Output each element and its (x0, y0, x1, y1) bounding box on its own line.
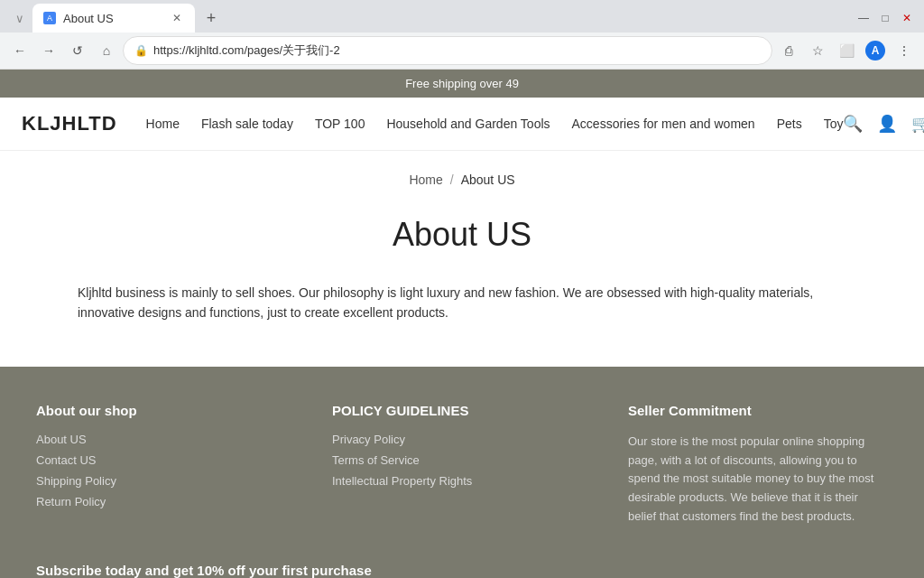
nav-top100[interactable]: TOP 100 (315, 117, 365, 131)
breadcrumb-home[interactable]: Home (409, 172, 442, 187)
footer-commitment-text: Our store is the most popular online sho… (628, 433, 888, 527)
url-display: https://kljhltd.com/pages/关于我们-2 (153, 42, 761, 59)
new-tab-button[interactable]: + (199, 5, 224, 31)
nav-home[interactable]: Home (146, 117, 180, 131)
footer-link-ip[interactable]: Intellectual Property Rights (332, 474, 592, 488)
nav-household[interactable]: Household and Garden Tools (386, 117, 550, 131)
site-nav: Home Flash sale today TOP 100 Household … (146, 117, 844, 131)
footer-subscribe: Subscribe today and get 10% off your fir… (36, 563, 888, 578)
footer-col3-title: Seller Commitment (628, 403, 888, 418)
forward-button[interactable]: → (36, 38, 61, 63)
footer-link-contact-us[interactable]: Contact US (36, 453, 296, 467)
account-icon: 👤 (877, 114, 897, 134)
window-close-button[interactable]: ✕ (897, 8, 917, 28)
footer-link-privacy[interactable]: Privacy Policy (332, 433, 592, 446)
footer-link-return[interactable]: Return Policy (36, 495, 296, 508)
footer-grid: About our shop About US Contact US Shipp… (36, 403, 888, 527)
home-button[interactable]: ⌂ (94, 38, 119, 63)
account-button[interactable]: 👤 (877, 114, 897, 134)
subscribe-title: Subscribe today and get 10% off your fir… (36, 563, 888, 578)
site-logo[interactable]: KLJHLTD (22, 112, 117, 135)
address-bar[interactable]: 🔒 https://kljhltd.com/pages/关于我们-2 (123, 36, 772, 65)
extensions-button[interactable]: ⬜ (834, 38, 859, 63)
profile-button[interactable]: A (863, 38, 888, 63)
page-title: About US (0, 216, 924, 254)
cart-icon: 🛒 (911, 114, 924, 134)
nav-flash-sale[interactable]: Flash sale today (201, 117, 293, 131)
lock-icon: 🔒 (134, 44, 148, 57)
tab-favicon: A (43, 12, 56, 24)
window-maximize-button[interactable]: □ (875, 8, 895, 28)
nav-pets[interactable]: Pets (777, 117, 802, 131)
address-bar-row: ← → ↺ ⌂ 🔒 https://kljhltd.com/pages/关于我们… (0, 33, 924, 69)
cart-button[interactable]: 🛒 (911, 114, 924, 134)
header-icons: 🔍 👤 🛒 (843, 114, 924, 134)
menu-button[interactable]: ⋮ (892, 38, 917, 63)
page-title-area: About US (0, 201, 924, 283)
window-minimize-button[interactable]: — (854, 8, 873, 28)
share-button[interactable]: ⎙ (776, 38, 801, 63)
site-header: KLJHLTD Home Flash sale today TOP 100 Ho… (0, 98, 924, 151)
tab-close-button[interactable]: ✕ (170, 11, 184, 25)
nav-accessories[interactable]: Accessories for men and women (572, 117, 755, 131)
about-text: Kljhltd business is mainly to sell shoes… (78, 283, 846, 323)
breadcrumb: Home / About US (0, 151, 924, 201)
breadcrumb-current: About US (461, 172, 515, 187)
announcement-bar: Free shipping over 49 (0, 70, 924, 98)
tab-title: About US (63, 12, 162, 25)
content-area: Kljhltd business is mainly to sell shoes… (56, 283, 868, 367)
site-wrapper: Free shipping over 49 KLJHLTD Home Flash… (0, 70, 924, 578)
footer-link-terms[interactable]: Terms of Service (332, 453, 592, 467)
footer-col-policy: POLICY GUIDELINES Privacy Policy Terms o… (332, 403, 592, 527)
footer-link-shipping[interactable]: Shipping Policy (36, 474, 296, 488)
footer-col1-title: About our shop (36, 403, 296, 418)
tab-back-arrow[interactable]: ∨ (7, 5, 32, 31)
nav-toy[interactable]: Toy (824, 117, 844, 131)
back-button[interactable]: ← (7, 38, 32, 63)
footer-link-about-us[interactable]: About US (36, 433, 296, 446)
announcement-text: Free shipping over 49 (405, 77, 519, 90)
footer-col-commitment: Seller Commitment Our store is the most … (628, 403, 888, 527)
active-tab[interactable]: A About US ✕ (32, 4, 195, 33)
footer-col-about: About our shop About US Contact US Shipp… (36, 403, 296, 527)
search-button[interactable]: 🔍 (843, 114, 863, 134)
browser-chrome: ∨ A About US ✕ + — □ ✕ ← → ↺ ⌂ 🔒 https:/… (0, 0, 924, 70)
breadcrumb-separator: / (450, 172, 454, 187)
site-footer: About our shop About US Contact US Shipp… (0, 367, 924, 578)
search-icon: 🔍 (843, 114, 863, 134)
refresh-button[interactable]: ↺ (65, 38, 90, 63)
footer-col2-title: POLICY GUIDELINES (332, 403, 592, 418)
bookmark-button[interactable]: ☆ (805, 38, 830, 63)
